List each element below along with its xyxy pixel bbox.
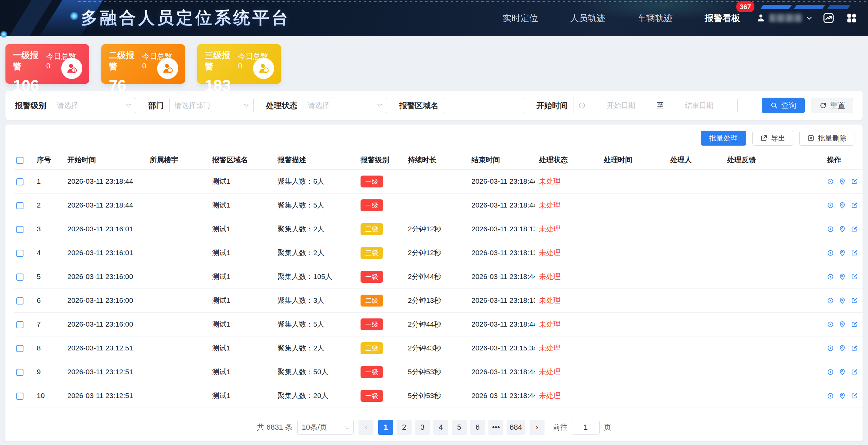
export-button[interactable]: 导出 <box>752 131 793 146</box>
user-menu[interactable] <box>756 13 813 23</box>
locate-person-icon[interactable] <box>839 368 846 376</box>
view-icon[interactable] <box>827 178 834 185</box>
cell-start-time: 2026-03-11 23:18:44 <box>63 193 146 217</box>
table-row[interactable]: 2 2026-03-11 23:18:44 测试1 聚集人数：5人 一级 202… <box>14 193 863 217</box>
page-number-button[interactable]: 1 <box>378 420 393 435</box>
table-row[interactable]: 5 2026-03-11 23:16:00 测试1 聚集人数：105人 一级 2… <box>14 265 863 289</box>
view-icon[interactable] <box>827 368 834 376</box>
prev-page-button[interactable]: ‹ <box>358 420 373 435</box>
cell-start-time: 2026-03-11 23:18:44 <box>63 169 146 193</box>
locate-person-icon[interactable] <box>839 226 846 233</box>
table-row[interactable]: 10 2026-03-11 23:12:51 测试1 聚集人数：20人 一级 5… <box>14 384 863 408</box>
monitor-chart-icon[interactable] <box>821 11 836 26</box>
level-badge: 三级 <box>361 342 383 354</box>
locate-person-icon[interactable] <box>839 392 846 399</box>
locate-person-icon[interactable] <box>839 273 846 280</box>
jump-value: 1 <box>584 423 588 432</box>
select-all-checkbox[interactable] <box>16 157 23 164</box>
delete-icon <box>807 134 815 142</box>
page-number-button[interactable]: ••• <box>488 420 503 435</box>
locate-person-icon[interactable] <box>839 249 846 257</box>
edit-icon[interactable] <box>851 226 858 233</box>
next-page-button[interactable]: › <box>530 420 545 435</box>
table-row[interactable]: 3 2026-03-11 23:16:01 测试1 聚集人数：2人 三级 2分钟… <box>14 217 863 241</box>
view-icon[interactable] <box>827 297 834 304</box>
row-checkbox[interactable] <box>16 321 23 328</box>
pagination: 共 6831 条 10条/页 ▽ ‹ 1 2 3 4 5 6 ••• 684 ›… <box>5 420 863 435</box>
locate-person-icon[interactable] <box>839 297 846 304</box>
card-level3-alarm[interactable]: 三级报警 今日总数 0 183 <box>197 44 281 84</box>
cell-description: 聚集人数：2人 <box>273 241 356 265</box>
cell-index: 7 <box>33 312 63 336</box>
reset-button[interactable]: 重置 <box>812 98 853 113</box>
row-checkbox[interactable] <box>16 250 23 257</box>
batch-delete-button[interactable]: 批量删除 <box>799 131 854 146</box>
row-checkbox[interactable] <box>16 202 23 209</box>
edit-icon[interactable] <box>851 178 858 185</box>
page-number-button[interactable]: 2 <box>397 420 412 435</box>
apps-grid-icon[interactable] <box>844 11 859 26</box>
edit-icon[interactable] <box>851 273 858 280</box>
table-row[interactable]: 6 2026-03-11 23:16:00 测试1 聚集人数：3人 二级 2分钟… <box>14 289 863 312</box>
edit-icon[interactable] <box>851 321 858 328</box>
filter-date-range-picker[interactable]: 开始日期 至 结束日期 <box>573 98 738 113</box>
search-button[interactable]: 查询 <box>762 98 805 113</box>
row-checkbox[interactable] <box>16 369 23 376</box>
nav-item-person-track[interactable]: 人员轨迹 <box>570 12 605 24</box>
edit-icon[interactable] <box>851 392 858 399</box>
page-number-button[interactable]: 6 <box>470 420 485 435</box>
row-checkbox[interactable] <box>16 226 23 233</box>
cell-status: 未处理 <box>535 336 600 360</box>
locate-person-icon[interactable] <box>839 321 846 328</box>
nav-item-realtime-location[interactable]: 实时定位 <box>503 12 538 24</box>
edit-icon[interactable] <box>851 297 858 304</box>
view-icon[interactable] <box>827 345 834 352</box>
filter-area-input[interactable] <box>444 98 524 113</box>
view-icon[interactable] <box>827 226 834 233</box>
row-checkbox[interactable] <box>16 345 23 352</box>
view-icon[interactable] <box>827 321 834 328</box>
page-number-button[interactable]: 684 <box>507 420 525 435</box>
cell-area: 测试1 <box>208 217 273 241</box>
table-row[interactable]: 7 2026-03-11 23:16:00 测试1 聚集人数：5人 一级 2分钟… <box>14 312 863 336</box>
filter-level-select[interactable]: 请选择 ▽ <box>52 98 136 113</box>
table-row[interactable]: 4 2026-03-11 23:16:01 测试1 聚集人数：2人 三级 2分钟… <box>14 241 863 265</box>
locate-person-icon[interactable] <box>839 202 846 209</box>
cell-index: 5 <box>33 265 63 289</box>
table-row[interactable]: 1 2026-03-11 23:18:44 测试1 聚集人数：6人 一级 202… <box>14 169 863 193</box>
nav-item-alarm-board[interactable]: 报警看板 367 <box>705 12 740 24</box>
view-icon[interactable] <box>827 202 834 209</box>
locate-person-icon[interactable] <box>839 345 846 352</box>
row-checkbox[interactable] <box>16 297 23 304</box>
select-placeholder: 请选择 <box>57 101 78 110</box>
card-level2-alarm[interactable]: 二级报警 今日总数 0 76 <box>101 44 185 84</box>
edit-icon[interactable] <box>851 368 858 376</box>
table-row[interactable]: 8 2026-03-11 23:12:51 测试1 聚集人数：2人 三级 2分钟… <box>14 336 863 360</box>
locate-person-icon[interactable] <box>839 178 846 185</box>
row-checkbox[interactable] <box>16 178 23 185</box>
page-jump-input[interactable]: 1 <box>572 420 600 435</box>
row-checkbox[interactable] <box>16 274 23 281</box>
row-checkbox[interactable] <box>16 393 23 400</box>
nav-item-vehicle-track[interactable]: 车辆轨迹 <box>637 12 673 24</box>
edit-icon[interactable] <box>851 202 858 209</box>
cell-index: 8 <box>33 336 63 360</box>
level-badge: 一级 <box>361 271 383 283</box>
page-number-button[interactable]: 3 <box>415 420 430 435</box>
edit-icon[interactable] <box>851 345 858 352</box>
edit-icon[interactable] <box>851 249 858 257</box>
filter-dept-select[interactable]: 请选择部门 ▽ <box>169 98 254 113</box>
cell-description: 聚集人数：20人 <box>273 384 356 408</box>
page-size-select[interactable]: 10条/页 ▽ <box>297 420 354 435</box>
view-icon[interactable] <box>827 249 834 257</box>
view-icon[interactable] <box>827 273 834 280</box>
page-number-button[interactable]: 4 <box>433 420 448 435</box>
page-unit-label: 页 <box>604 422 611 432</box>
table-row[interactable]: 9 2026-03-11 23:12:51 测试1 聚集人数：50人 一级 5分… <box>14 360 863 384</box>
view-icon[interactable] <box>827 392 834 399</box>
person-alert-icon <box>253 58 274 79</box>
page-number-button[interactable]: 5 <box>452 420 467 435</box>
filter-status-select[interactable]: 请选择 ▽ <box>303 98 387 113</box>
card-level1-alarm[interactable]: 一级报警 今日总数 0 106 <box>5 44 89 84</box>
batch-process-button[interactable]: 批量处理 <box>701 131 746 146</box>
